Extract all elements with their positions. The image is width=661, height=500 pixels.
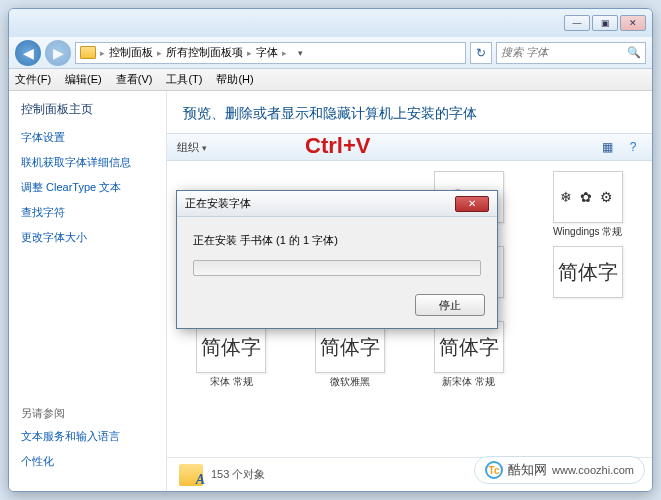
minimize-button[interactable]: — [564, 15, 590, 31]
menu-view[interactable]: 查看(V) [116, 72, 153, 87]
forward-button[interactable]: ▶ [45, 40, 71, 66]
search-input[interactable]: 搜索 字体 🔍 [496, 42, 646, 64]
menu-file[interactable]: 文件(F) [15, 72, 51, 87]
chevron-right-icon: ▸ [100, 48, 105, 58]
progress-bar [193, 260, 481, 276]
font-label: 宋体 常规 [210, 376, 253, 388]
nav-row: ◀ ▶ ▸ 控制面板 ▸ 所有控制面板项 ▸ 字体 ▸ ▾ ↻ 搜索 字体 🔍 [9, 37, 652, 69]
refresh-button[interactable]: ↻ [470, 42, 492, 64]
font-item[interactable]: 简体字微软雅黑 [294, 321, 407, 388]
page-title: 预览、删除或者显示和隐藏计算机上安装的字体 [167, 91, 652, 133]
dialog-close-button[interactable]: ✕ [455, 196, 489, 212]
titlebar: — ▣ ✕ [9, 9, 652, 37]
toolbar: 组织 ▦ ? [167, 133, 652, 161]
search-placeholder: 搜索 字体 [501, 45, 548, 60]
sidebar-link[interactable]: 调整 ClearType 文本 [21, 180, 154, 195]
help-icon[interactable]: ? [624, 138, 642, 156]
watermark-logo-icon: Tc [485, 461, 503, 479]
sidebar-link[interactable]: 字体设置 [21, 130, 154, 145]
status-count: 153 个对象 [211, 467, 265, 482]
sidebar-link[interactable]: 更改字体大小 [21, 230, 154, 245]
back-button[interactable]: ◀ [15, 40, 41, 66]
watermark-brand: 酷知网 [508, 461, 547, 479]
sidebar-footer-link[interactable]: 文本服务和输入语言 [21, 429, 120, 444]
search-icon: 🔍 [627, 46, 641, 59]
font-item[interactable]: 简体字 [531, 246, 644, 313]
dialog-message: 正在安装 手书体 (1 的 1 字体) [193, 233, 481, 248]
menu-edit[interactable]: 编辑(E) [65, 72, 102, 87]
dialog-title: 正在安装字体 [185, 196, 251, 211]
menu-help[interactable]: 帮助(H) [216, 72, 253, 87]
breadcrumb[interactable]: 所有控制面板项 [166, 45, 243, 60]
breadcrumb[interactable]: 字体 [256, 45, 278, 60]
close-button[interactable]: ✕ [620, 15, 646, 31]
font-label: 新宋体 常规 [442, 376, 495, 388]
font-item[interactable]: 简体字宋体 常规 [175, 321, 288, 388]
watermark-url: www.coozhi.com [552, 464, 634, 476]
chevron-right-icon: ▸ [282, 48, 287, 58]
sidebar: 控制面板主页 字体设置 联机获取字体详细信息 调整 ClearType 文本 查… [9, 91, 167, 491]
maximize-button[interactable]: ▣ [592, 15, 618, 31]
sidebar-link[interactable]: 联机获取字体详细信息 [21, 155, 154, 170]
sidebar-header[interactable]: 控制面板主页 [21, 101, 154, 118]
dialog-titlebar: 正在安装字体 ✕ [177, 191, 497, 217]
font-preview: 简体字 [553, 246, 623, 298]
install-dialog: 正在安装字体 ✕ 正在安装 手书体 (1 的 1 字体) 停止 [176, 190, 498, 329]
font-label: Wingdings 常规 [553, 226, 622, 238]
address-bar[interactable]: ▸ 控制面板 ▸ 所有控制面板项 ▸ 字体 ▸ ▾ [75, 42, 466, 64]
sidebar-link[interactable]: 查找字符 [21, 205, 154, 220]
view-icon[interactable]: ▦ [598, 138, 616, 156]
sidebar-footer-link[interactable]: 个性化 [21, 454, 120, 469]
menu-tools[interactable]: 工具(T) [166, 72, 202, 87]
font-label: 微软雅黑 [330, 376, 370, 388]
organize-button[interactable]: 组织 [177, 140, 207, 155]
breadcrumb[interactable]: 控制面板 [109, 45, 153, 60]
font-preview: ❄ ✿ ⚙ [553, 171, 623, 223]
menu-bar: 文件(F) 编辑(E) 查看(V) 工具(T) 帮助(H) [9, 69, 652, 91]
fonts-folder-icon [179, 464, 203, 486]
sidebar-footer-header: 另请参阅 [21, 406, 120, 421]
font-item[interactable]: ❄ ✿ ⚙Wingdings 常规 [531, 171, 644, 238]
stop-button[interactable]: 停止 [415, 294, 485, 316]
address-dropdown[interactable]: ▾ [291, 48, 309, 58]
folder-icon [80, 46, 96, 59]
chevron-right-icon: ▸ [157, 48, 162, 58]
chevron-right-icon: ▸ [247, 48, 252, 58]
font-item[interactable]: 简体字新宋体 常规 [413, 321, 526, 388]
watermark: Tc 酷知网 www.coozhi.com [474, 456, 645, 484]
